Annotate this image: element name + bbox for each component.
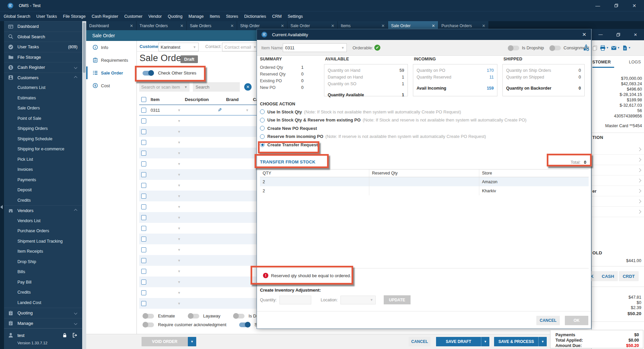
checkbox[interactable] (141, 161, 146, 166)
sidebar-item-customers[interactable]: Customers (4, 72, 82, 83)
panel-link-row[interactable] (592, 207, 644, 217)
copy-icon[interactable] (592, 45, 598, 51)
brand-cell[interactable] (224, 244, 251, 255)
row-checkbox[interactable] (139, 234, 149, 244)
description-cell[interactable] (183, 126, 224, 137)
action-option-use-in-stock-qty-reserve-from-existing-po[interactable]: Use In Stock Qty & Reserve from existing… (260, 117, 527, 123)
lock-icon[interactable] (62, 333, 67, 338)
checkbox[interactable] (141, 129, 146, 134)
row-checkbox[interactable] (139, 105, 149, 115)
dropdown-icon[interactable]: ▼ (606, 46, 609, 49)
menu-item-file-storage[interactable]: File Storage (60, 14, 89, 19)
sidebar-collapse-strip[interactable] (0, 21, 4, 349)
description-cell[interactable] (183, 212, 224, 223)
row-checkbox[interactable] (139, 137, 149, 148)
description-cell[interactable] (183, 201, 224, 212)
transfer-store-cell[interactable]: Amazon (479, 177, 589, 186)
row-checkbox[interactable] (139, 158, 149, 169)
row-checkbox[interactable] (139, 266, 149, 277)
row-checkbox[interactable] (139, 223, 149, 234)
tab-close-icon[interactable]: ✕ (279, 23, 284, 28)
transfer-row[interactable]: 2Amazon (260, 177, 589, 186)
sidebar-item-payments[interactable]: Payments (4, 175, 82, 185)
tab-dashboard[interactable]: Dashboard✕ (86, 21, 137, 30)
transfer-qty-cell[interactable]: 2 (260, 186, 369, 195)
brand-cell[interactable] (224, 201, 251, 212)
item-cell[interactable]: ▼ (149, 158, 183, 169)
search-item-dropdown[interactable]: Search or scan item▼ (139, 82, 190, 92)
radio-icon[interactable] (260, 118, 265, 122)
item-cell[interactable]: ▼ (149, 234, 183, 244)
toggle-estimate[interactable] (143, 314, 154, 318)
mail-icon[interactable]: ▼ (611, 45, 620, 51)
panel-link-row[interactable] (592, 144, 644, 155)
sidebar-item-user-tasks[interactable]: User Tasks(809) (4, 42, 82, 52)
sidebar-item-point-of-sale[interactable]: Point of Sale (4, 113, 82, 124)
checkbox[interactable] (141, 151, 146, 156)
action-option-reserve-from-incoming-po[interactable]: Reserve from incoming PO(Note: If reserv… (260, 134, 527, 139)
tab-close-icon[interactable]: ✕ (380, 23, 385, 28)
transfer-qty-cell[interactable]: 2 (260, 177, 369, 186)
radio-icon[interactable] (260, 126, 265, 131)
row-checkbox[interactable] (139, 126, 149, 137)
checkbox[interactable] (141, 280, 146, 285)
modal-cancel-button[interactable]: CANCEL (536, 316, 560, 325)
description-cell[interactable] (183, 191, 224, 201)
modal-ok-button[interactable]: OK (565, 316, 588, 325)
description-cell[interactable] (183, 244, 224, 255)
brand-cell[interactable] (224, 277, 251, 287)
sidebar-scrollbar[interactable] (82, 21, 86, 349)
row-checkbox[interactable] (139, 298, 149, 309)
menu-item-dictionaries[interactable]: Dictionaries (241, 14, 269, 19)
save-process-button[interactable]: SAVE & PROCESS (494, 337, 538, 346)
panel-link-row[interactable] (592, 196, 644, 207)
sidebar-item-estimates[interactable]: Estimates (4, 93, 82, 103)
toggle-show-order[interactable] (239, 322, 251, 327)
row-checkbox[interactable] (139, 180, 149, 191)
item-cell[interactable]: ▼ (149, 126, 183, 137)
item-name-dropdown[interactable]: 0311▼ (283, 43, 347, 52)
sidebar-item-shipping-schedule[interactable]: Shipping Schedule (4, 134, 82, 144)
panel-link-row[interactable] (592, 155, 644, 165)
tab-sale-orders[interactable]: Sale Orders✕ (187, 21, 237, 30)
row-checkbox[interactable] (139, 191, 149, 201)
quantity-input[interactable] (279, 296, 311, 304)
menu-item-crm[interactable]: CRM (269, 14, 284, 19)
contact-dropdown[interactable]: Contact email▼ (222, 43, 259, 51)
transfer-reserved-cell[interactable] (369, 177, 479, 186)
pay-button-cash[interactable]: CASH (598, 271, 618, 281)
description-cell[interactable] (183, 137, 224, 148)
checkbox[interactable] (141, 183, 146, 188)
brand-cell[interactable] (224, 287, 251, 298)
brand-cell[interactable] (224, 126, 251, 137)
hierarchy-icon[interactable] (583, 44, 589, 51)
tab-close-icon[interactable]: ✕ (229, 23, 234, 28)
menu-item-customer[interactable]: Customer (121, 14, 145, 19)
side-tab-stomer[interactable]: STOMER (592, 57, 614, 68)
brand-cell[interactable] (224, 148, 251, 158)
item-cell[interactable]: ▼ (149, 287, 183, 298)
brand-cell[interactable] (224, 255, 251, 266)
row-checkbox[interactable] (139, 201, 149, 212)
radio-icon[interactable] (260, 142, 265, 147)
cancel-button[interactable]: CANCEL (409, 337, 431, 346)
checkbox[interactable] (141, 172, 146, 177)
collapse-arrow-icon[interactable] (0, 205, 3, 209)
update-button[interactable]: UPDATE (384, 295, 411, 304)
action-option-create-new-po-request[interactable]: Create New PO Request (260, 126, 527, 131)
minimize-icon[interactable]: — (598, 32, 603, 37)
brand-cell[interactable] (224, 180, 251, 191)
location-dropdown[interactable]: ▼ (340, 296, 376, 304)
description-cell[interactable] (183, 169, 224, 180)
checkbox[interactable] (141, 215, 146, 220)
dropdown-icon[interactable]: ▼ (617, 46, 620, 49)
item-cell[interactable]: ▼ (149, 115, 183, 126)
order-tab-sale-order[interactable]: Sale Order (86, 66, 137, 79)
brand-cell[interactable]: ▼ (224, 105, 251, 115)
row-checkbox[interactable] (139, 148, 149, 158)
sidebar-item-dashboard[interactable]: Dashboard (4, 21, 82, 32)
sidebar-item-bills[interactable]: Bills (4, 267, 82, 277)
tab-transfer-orders[interactable]: Transfer Orders✕ (137, 21, 187, 30)
row-checkbox[interactable] (139, 115, 149, 126)
document-icon[interactable]: ▼ (622, 45, 631, 51)
